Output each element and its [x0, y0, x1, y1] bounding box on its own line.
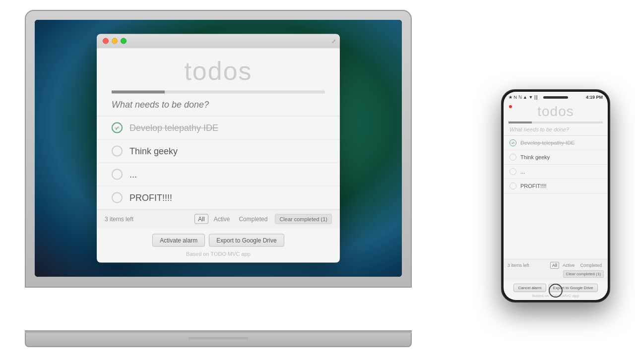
phone-todo-item-2[interactable]: Think geeky: [504, 150, 608, 165]
phone-todo-item-1[interactable]: Develop telepathy IDE: [504, 136, 608, 150]
todo-item-1[interactable]: Develop telepathy IDE: [97, 117, 340, 140]
phone-status-symbols: ★ N ℕ ▲ ▼ |||: [508, 95, 538, 100]
todo-check-2[interactable]: [112, 146, 123, 157]
phone-status-icons: ★ N ℕ ▲ ▼ |||: [508, 95, 538, 100]
phone-filter-active[interactable]: Active: [561, 262, 577, 269]
phone-input-placeholder: What needs to be done?: [509, 126, 569, 132]
mac-minimize-btn[interactable]: [112, 38, 118, 44]
scene: ⤢ todos Develop telepathy IDE: [0, 0, 635, 364]
laptop-notch: [189, 337, 248, 341]
phone-footer: 3 items left All Active Completed Clear …: [504, 259, 608, 281]
phone-todo-item-4[interactable]: PROFIT!!!!: [504, 179, 608, 193]
items-left-count: 3 items left: [105, 216, 190, 223]
phone-home-button[interactable]: [549, 284, 563, 298]
todo-check-3[interactable]: [112, 169, 123, 180]
todo-footer: 3 items left All Active Completed Clear …: [97, 210, 340, 228]
phone-todo-text-1: Develop telepathy IDE: [520, 140, 574, 146]
todo-check-4[interactable]: [112, 192, 123, 203]
mac-expand-icon[interactable]: ⤢: [331, 38, 336, 45]
phone-filter-all[interactable]: All: [550, 262, 559, 269]
phone: ★ N ℕ ▲ ▼ ||| 4:19 PM todos What needs t…: [501, 89, 610, 303]
phone-filter-buttons: All Active Completed: [550, 262, 604, 269]
phone-todo-text-3: ...: [520, 169, 525, 175]
phone-speaker: [543, 96, 568, 99]
phone-todo-text-2: Think geeky: [520, 154, 550, 160]
filter-all[interactable]: All: [194, 214, 208, 224]
phone-todo-text-4: PROFIT!!!!: [520, 183, 547, 189]
todo-item-2[interactable]: Think geeky: [97, 140, 340, 163]
phone-filter-completed[interactable]: Completed: [578, 262, 604, 269]
phone-check-1[interactable]: [509, 139, 516, 146]
todo-text-1: Develop telepathy IDE: [129, 122, 218, 133]
laptop: ⤢ todos Develop telepathy IDE: [25, 10, 412, 347]
app-title: todos: [97, 49, 340, 91]
phone-screen: ★ N ℕ ▲ ▼ ||| 4:19 PM todos What needs t…: [504, 92, 608, 300]
laptop-body: ⤢ todos Develop telepathy IDE: [25, 10, 412, 288]
todo-item-4[interactable]: PROFIT!!!!: [97, 186, 340, 210]
mac-titlebar: ⤢: [97, 34, 340, 49]
export-drive-btn[interactable]: Export to Google Drive: [209, 234, 284, 247]
filter-buttons: All Active Completed: [194, 214, 271, 224]
todo-check-1[interactable]: [112, 122, 123, 133]
phone-app-title: todos: [504, 101, 608, 121]
clear-completed-btn[interactable]: Clear completed (1): [275, 214, 332, 224]
phone-check-4[interactable]: [509, 182, 516, 189]
phone-check-3[interactable]: [509, 168, 516, 175]
todo-text-2: Think geeky: [129, 146, 178, 156]
todo-text-3: ...: [129, 169, 137, 180]
phone-footer-top: 3 items left All Active Completed: [508, 262, 604, 269]
phone-check-2[interactable]: [509, 154, 516, 161]
phone-indicator: [509, 105, 512, 108]
phone-items-left: 3 items left: [508, 263, 529, 268]
todo-text-4: PROFIT!!!!: [129, 192, 172, 203]
todo-input[interactable]: [112, 100, 325, 110]
filter-active[interactable]: Active: [210, 214, 234, 224]
activate-alarm-btn[interactable]: Activate alarm: [152, 234, 205, 247]
app-actions: Activate alarm Export to Google Drive: [97, 228, 340, 251]
laptop-screen-bezel: ⤢ todos Develop telepathy IDE: [35, 20, 402, 277]
laptop-base: [25, 333, 412, 347]
credit-text: Based on TODO MVC app: [186, 251, 251, 257]
todo-list: Develop telepathy IDE Think geeky ...: [97, 117, 340, 210]
phone-todo-input-area[interactable]: What needs to be done?: [504, 123, 608, 136]
phone-todo-list: Develop telepathy IDE Think geeky ... PR…: [504, 136, 608, 259]
phone-time: 4:19 PM: [586, 95, 603, 100]
todo-item-3[interactable]: ...: [97, 163, 340, 186]
todo-input-area[interactable]: [97, 94, 340, 117]
mac-app-window: ⤢ todos Develop telepathy IDE: [97, 34, 340, 263]
phone-app: todos What needs to be done? Develop tel…: [504, 101, 608, 300]
phone-clear-btn[interactable]: Clear completed (1): [563, 270, 604, 278]
phone-todo-item-3[interactable]: ...: [504, 165, 608, 179]
laptop-wallpaper: ⤢ todos Develop telepathy IDE: [35, 20, 402, 277]
mac-close-btn[interactable]: [103, 38, 109, 44]
phone-cancel-alarm-btn[interactable]: Cancel alarm: [513, 284, 546, 292]
app-credit: Based on TODO MVC app: [97, 251, 340, 263]
mac-maximize-btn[interactable]: [121, 38, 127, 44]
filter-completed[interactable]: Completed: [235, 214, 271, 224]
